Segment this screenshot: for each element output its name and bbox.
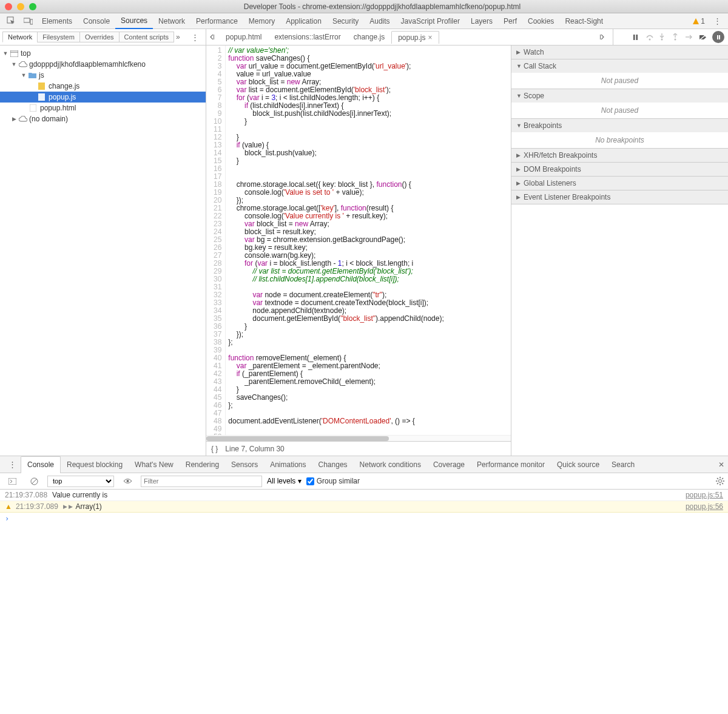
drawer-tab-changes[interactable]: Changes xyxy=(312,456,354,473)
line-gutter[interactable]: 1234567891011121314151617181920212223242… xyxy=(206,45,226,435)
main-tab-memory[interactable]: Memory xyxy=(243,13,280,29)
drawer-tab-performance-monitor[interactable]: Performance monitor xyxy=(471,456,551,473)
main-tab-application[interactable]: Application xyxy=(280,13,327,29)
gear-icon[interactable] xyxy=(716,477,724,485)
more-icon[interactable]: ⋮ xyxy=(712,16,722,26)
main-tab-security[interactable]: Security xyxy=(327,13,364,29)
main-tab-elements[interactable]: Elements xyxy=(36,13,78,29)
expand-icon[interactable]: ▶ ▶ xyxy=(63,504,73,510)
step-out-icon[interactable] xyxy=(672,33,683,41)
drawer-kebab-icon[interactable]: ⋮ xyxy=(7,460,17,470)
main-tab-react-sight[interactable]: React-Sight xyxy=(559,13,608,29)
main-tab-network[interactable]: Network xyxy=(153,13,190,29)
tree-extension[interactable]: ▼gdopppdj|khofdlaapblemamhlcfkeno xyxy=(0,59,206,70)
xhr-breakpoints-section[interactable]: ▶XHR/fetch Breakpoints xyxy=(511,149,728,162)
dom-breakpoints-section[interactable]: ▶DOM Breakpoints xyxy=(511,163,728,176)
file-tab-change-js[interactable]: change.js xyxy=(348,31,391,43)
levels-select[interactable]: All levels ▾ xyxy=(267,477,302,485)
event-breakpoints-section[interactable]: ▶Event Listener Breakpoints xyxy=(511,190,728,204)
watch-section[interactable]: ▶Watch xyxy=(511,45,728,59)
main-tab-console[interactable]: Console xyxy=(78,13,115,29)
console-line[interactable]: 21:19:37.088Value currently ispopup.js:5… xyxy=(0,490,728,501)
console-prompt[interactable]: › xyxy=(0,513,728,525)
eye-icon[interactable] xyxy=(123,476,132,486)
minimize-icon[interactable] xyxy=(17,3,24,10)
global-listeners-section[interactable]: ▶Global Listeners xyxy=(511,177,728,190)
pause-on-exceptions-icon[interactable] xyxy=(712,31,724,43)
close-tab-icon[interactable]: × xyxy=(428,33,433,42)
console-line[interactable]: ▲21:19:37.089▶ ▶Array(1)popup.js:56 xyxy=(0,501,728,513)
zoom-icon[interactable] xyxy=(29,3,36,10)
prev-file-icon[interactable] xyxy=(209,34,220,40)
drawer-tab-quick-source[interactable]: Quick source xyxy=(551,456,605,473)
subtab-content-scripts[interactable]: Content scripts xyxy=(119,32,174,42)
main-tab-javascript-profiler[interactable]: JavaScript Profiler xyxy=(396,13,465,29)
callstack-section[interactable]: ▼Call Stack xyxy=(511,59,728,73)
group-similar-checkbox[interactable]: Group similar xyxy=(306,476,360,487)
svg-rect-19 xyxy=(38,93,45,101)
step-into-icon[interactable] xyxy=(659,33,670,41)
log-source[interactable]: popup.js:56 xyxy=(686,502,723,511)
tree-top[interactable]: ▼top xyxy=(0,48,206,59)
pause-icon[interactable] xyxy=(632,34,643,41)
execute-icon[interactable] xyxy=(7,476,17,486)
device-icon[interactable] xyxy=(23,16,33,26)
main-tab-layers[interactable]: Layers xyxy=(465,13,498,29)
tree-no-domain[interactable]: ▶(no domain) xyxy=(0,113,206,124)
main-tab-perf[interactable]: Perf xyxy=(498,13,522,29)
subtab-filesystem[interactable]: Filesystem xyxy=(37,32,80,42)
breakpoints-section[interactable]: ▼Breakpoints xyxy=(511,119,728,132)
tree-file-popup-html[interactable]: popup.html xyxy=(0,103,206,113)
svg-rect-14 xyxy=(717,35,718,39)
file-tab-popup-html[interactable]: popup.html xyxy=(220,31,268,43)
tree-file-popup-js[interactable]: popup.js xyxy=(0,92,206,103)
code-area[interactable]: // var value='shen';function saveChanges… xyxy=(226,45,511,435)
drawer-tab-request-blocking[interactable]: Request blocking xyxy=(61,456,129,473)
drawer-tab-coverage[interactable]: Coverage xyxy=(427,456,471,473)
file-tab-extensions-lasterror[interactable]: extensions::lastError xyxy=(268,31,347,43)
drawer-tab-what-s-new[interactable]: What's New xyxy=(129,456,180,473)
drawer-tab-search[interactable]: Search xyxy=(605,456,641,473)
next-file-icon[interactable] xyxy=(599,34,610,40)
drawer-tab-sensors[interactable]: Sensors xyxy=(225,456,264,473)
main-tab-sources[interactable]: Sources xyxy=(115,13,153,29)
horizontal-scrollbar[interactable] xyxy=(206,435,511,441)
clear-console-icon[interactable] xyxy=(29,476,39,486)
log-source[interactable]: popup.js:51 xyxy=(686,491,723,499)
svg-point-24 xyxy=(126,480,129,482)
kebab-icon[interactable]: ⋮ xyxy=(190,32,200,42)
format-icon[interactable]: { } xyxy=(211,445,218,453)
js-file-icon xyxy=(38,93,47,101)
filter-input[interactable] xyxy=(141,476,262,487)
warning-count[interactable]: 1 xyxy=(692,17,705,25)
file-tab-popup-js[interactable]: popup.js× xyxy=(391,31,439,44)
log-timestamp: 21:19:37.088 xyxy=(5,491,47,499)
svg-line-33 xyxy=(722,478,723,479)
close-drawer-icon[interactable]: ✕ xyxy=(718,460,724,469)
tree-file-change-js[interactable]: change.js xyxy=(0,81,206,92)
context-select[interactable]: top xyxy=(47,476,114,487)
subtab-network[interactable]: Network xyxy=(2,32,38,42)
step-icon[interactable] xyxy=(686,34,696,40)
drawer-tab-console[interactable]: Console xyxy=(21,456,61,473)
deactivate-breakpoints-icon[interactable] xyxy=(699,34,710,41)
svg-rect-20 xyxy=(30,104,36,112)
tree-folder-js[interactable]: ▼js xyxy=(0,70,206,81)
console-toolbar: top All levels ▾ Group similar xyxy=(0,473,728,490)
main-tab-performance[interactable]: Performance xyxy=(190,13,243,29)
close-icon[interactable] xyxy=(5,3,12,10)
html-file-icon xyxy=(30,104,38,112)
more-subtabs-icon[interactable]: » xyxy=(176,33,180,41)
scope-section[interactable]: ▼Scope xyxy=(511,89,728,103)
drawer: ⋮ ConsoleRequest blockingWhat's NewRende… xyxy=(0,456,728,525)
drawer-tab-network-conditions[interactable]: Network conditions xyxy=(354,456,427,473)
window-titlebar: Developer Tools - chrome-extension://gdo… xyxy=(0,0,728,13)
drawer-tab-rendering[interactable]: Rendering xyxy=(180,456,225,473)
subtab-overrides[interactable]: Overrides xyxy=(79,32,120,42)
main-tab-cookies[interactable]: Cookies xyxy=(522,13,559,29)
inspect-icon[interactable] xyxy=(6,16,16,26)
drawer-tab-animations[interactable]: Animations xyxy=(264,456,312,473)
window-title: Developer Tools - chrome-extension://gdo… xyxy=(41,2,723,11)
main-tab-audits[interactable]: Audits xyxy=(364,13,395,29)
step-over-icon[interactable] xyxy=(645,34,656,41)
